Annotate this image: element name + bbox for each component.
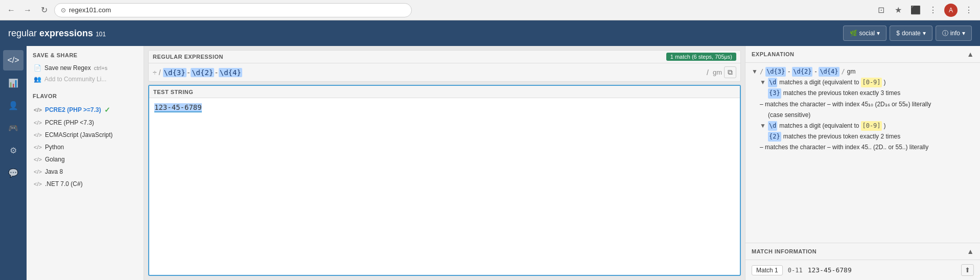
regex-flags: gm <box>713 68 722 76</box>
match-info-row: Match 1 0-11 123-45-6789 ⬆ <box>745 260 980 280</box>
browser-icons: ⊡ ★ ⬛ ⋮ A ⋮ <box>875 4 975 17</box>
sidebar-item-code[interactable]: </> <box>3 50 24 71</box>
flavor-label-0: PCRE2 (PHP >=7.3) <box>45 106 101 113</box>
donate-icon: $ <box>896 30 900 37</box>
match-num-val: 1 <box>775 267 778 274</box>
sidebar-item-game[interactable]: 🎮 <box>3 118 24 138</box>
exp-slash-open: / <box>760 67 763 77</box>
check-icon: ✓ <box>104 106 110 114</box>
flavor-label-1: PCRE (PHP <7.3) <box>45 119 94 126</box>
more-icon[interactable]: ⋮ <box>963 4 975 16</box>
cast-icon[interactable]: ⊡ <box>875 4 887 16</box>
test-section[interactable]: TEST STRING 123-45-6789 <box>148 85 741 276</box>
regex-slash-open: / <box>159 68 161 77</box>
regex-dash-1: - <box>214 68 218 77</box>
community-icon: 👥 <box>34 76 41 83</box>
flavor-label-5: Java 8 <box>45 168 63 175</box>
exp-text-4: (case sensitive) <box>768 110 810 120</box>
menu-icon[interactable]: ⋮ <box>927 4 939 16</box>
exp-text-1b: ) <box>884 78 886 87</box>
exp-arrow-1: ▼ <box>760 78 766 87</box>
exp-token-range-1: [0-9] <box>861 78 881 87</box>
sidebar: </> 📊 👤 🎮 ⚙ 💬 <box>0 46 27 280</box>
flavor-tag-0: </> <box>34 107 42 113</box>
match-info-label: MATCH INFORMATION <box>752 248 816 254</box>
flavor-python[interactable]: </> Python <box>33 141 137 153</box>
add-community-button[interactable]: 👥 Add to Community Li... <box>33 74 137 85</box>
exp-collapse-icon[interactable]: ▼ <box>752 67 758 77</box>
flavor-dotnet[interactable]: </> .NET 7.0 (C#) <box>33 178 137 190</box>
exp-token-d3: \d{3} <box>765 67 786 77</box>
save-new-regex-button[interactable]: 📄 Save new Regex ctrl+s <box>33 62 137 74</box>
exp-line-4: (case sensitive) <box>768 110 974 120</box>
explanation-body: ▼ / \d{3} - \d{2} - \d{4} / gm ▼ \d matc… <box>745 63 980 243</box>
flavor-tag-2: </> <box>34 132 42 138</box>
back-button[interactable]: ← <box>5 4 17 16</box>
refresh-button[interactable]: ↻ <box>38 4 50 16</box>
regex-dash-0: - <box>186 68 191 77</box>
social-icon: 🌿 <box>850 30 857 37</box>
star-icon[interactable]: ★ <box>892 4 904 16</box>
right-panel: EXPLANATION ▲ ▼ / \d{3} - \d{2} - \d{4} … <box>745 46 980 280</box>
match-range: 0-11 <box>788 267 803 274</box>
exp-line-6: {2} matches the previous token exactly 2… <box>768 132 974 142</box>
regex-part-0: \d{3} <box>163 68 186 77</box>
info-button[interactable]: ⓘ info ▾ <box>936 26 972 41</box>
match-export-button[interactable]: ⬆ <box>961 264 974 276</box>
exp-regex-line: ▼ / \d{3} - \d{2} - \d{4} / gm <box>752 67 974 77</box>
app-header: regular expressions 101 🌿 social ▾ $ don… <box>0 20 980 46</box>
exp-line-1: ▼ \d matches a digit (equivalent to [0-9… <box>760 78 974 87</box>
sidebar-item-settings[interactable]: ⚙ <box>3 140 24 160</box>
flavor-java[interactable]: </> Java 8 <box>33 166 137 178</box>
sidebar-item-chart[interactable]: 📊 <box>3 73 24 93</box>
exp-token-range-2: [0-9] <box>861 121 881 131</box>
regex-slash-close: / <box>707 68 709 77</box>
flavor-pcre[interactable]: </> PCRE (PHP <7.3) <box>33 116 137 129</box>
test-label: TEST STRING <box>153 89 193 95</box>
exp-token-backd-1: \d <box>768 78 777 87</box>
header-right: 🌿 social ▾ $ donate ▾ ⓘ info ▾ <box>843 26 972 41</box>
match-info-chevron-icon[interactable]: ▲ <box>967 247 974 255</box>
donate-button[interactable]: $ donate ▾ <box>890 26 932 41</box>
browser-bar: ← → ↻ ⊙ regex101.com ⊡ ★ ⬛ ⋮ A ⋮ <box>0 0 980 20</box>
flavor-golang[interactable]: </> Golang <box>33 153 137 166</box>
exp-text-2: matches the previous token exactly 3 tim… <box>783 88 900 98</box>
flavor-pcre2[interactable]: </> PCRE2 (PHP >=7.3) ✓ <box>33 103 137 116</box>
address-bar[interactable]: ⊙ regex101.com <box>54 3 412 17</box>
forward-button[interactable]: → <box>21 4 34 16</box>
flavor-tag-1: </> <box>34 120 42 126</box>
save-icon: 📄 <box>34 64 41 72</box>
explanation-chevron-icon[interactable]: ▲ <box>967 50 974 58</box>
app-logo: regular expressions 101 <box>8 28 106 39</box>
social-label: social <box>859 30 875 37</box>
test-content[interactable]: 123-45-6789 <box>149 98 740 275</box>
flavor-tag-3: </> <box>34 144 42 150</box>
exp-token-d2: \d{2} <box>792 67 812 77</box>
url-text: regex101.com <box>69 6 111 14</box>
flavor-label-6: .NET 7.0 (C#) <box>45 180 83 188</box>
exp-dash-2: - <box>814 67 816 77</box>
exp-text-5: matches a digit (equivalent to <box>779 121 859 131</box>
exp-flags-text: gm <box>847 67 856 77</box>
regex-content[interactable]: \d{3} - \d{2} - \d{4} <box>163 68 705 77</box>
sidebar-item-user[interactable]: 👤 <box>3 95 24 115</box>
extensions-icon[interactable]: ⬛ <box>909 4 922 16</box>
regex-copy-button[interactable]: ⧉ <box>724 66 736 78</box>
social-button[interactable]: 🌿 social ▾ <box>843 26 887 41</box>
exp-token-2: {2} <box>768 132 781 142</box>
info-icon: ⓘ <box>942 29 948 38</box>
sidebar-item-chat[interactable]: 💬 <box>3 162 24 183</box>
info-chevron-icon: ▾ <box>962 30 965 37</box>
exp-text-7: – matches the character – with index 45.… <box>760 143 928 152</box>
match-info-header: MATCH INFORMATION ▲ <box>745 243 980 260</box>
regex-label: REGULAR EXPRESSION <box>153 54 223 60</box>
save-share-title: SAVE & SHARE <box>33 52 137 58</box>
exp-line-3: – matches the character – with index 45₁… <box>760 100 974 109</box>
save-shortcut: ctrl+s <box>94 65 108 71</box>
explanation-header: EXPLANATION ▲ <box>745 46 980 63</box>
profile-icon[interactable]: A <box>944 4 958 17</box>
match-num-badge: Match 1 <box>752 265 783 275</box>
explanation-label: EXPLANATION <box>752 51 795 57</box>
flavor-ecmascript[interactable]: </> ECMAScript (JavaScript) <box>33 129 137 141</box>
center-panel: REGULAR EXPRESSION 1 match (6 steps, 705… <box>144 46 745 280</box>
